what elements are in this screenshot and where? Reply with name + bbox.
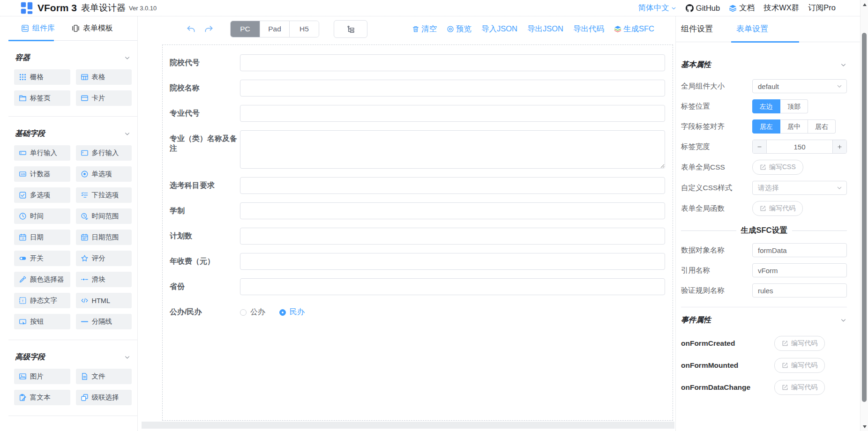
component-item[interactable]: 颜色选择器 <box>14 272 70 287</box>
form-field-row[interactable]: 年收费（元） <box>170 253 665 270</box>
undo-button[interactable] <box>186 24 196 34</box>
chevron-down-icon[interactable] <box>124 54 131 61</box>
scrollbar-thumb[interactable] <box>862 33 867 402</box>
field-input[interactable] <box>240 253 665 270</box>
chevron-down-icon[interactable] <box>840 317 847 324</box>
button-label: 编写代码 <box>791 361 817 370</box>
tech-wx-group-link[interactable]: 技术WX群 <box>763 3 799 13</box>
component-item[interactable]: 富文本 <box>14 390 70 405</box>
component-item[interactable]: 按钮 <box>14 314 70 329</box>
form-field-row[interactable]: 学制 <box>170 202 665 219</box>
form-field-row[interactable]: 院校代号 <box>170 54 665 71</box>
canvas-scrollbar[interactable] <box>142 422 674 429</box>
generate-sfc-button[interactable]: 生成SFC <box>614 24 654 34</box>
scroll-up-arrow-icon[interactable] <box>861 0 868 8</box>
component-item[interactable]: 多行输入 <box>76 145 132 161</box>
github-link[interactable]: GitHub <box>686 4 720 13</box>
field-input[interactable] <box>240 202 665 219</box>
custom-css-select[interactable]: 请选择 <box>752 181 847 195</box>
field-input[interactable] <box>240 177 665 194</box>
label-align-left[interactable]: 居左 <box>752 119 780 134</box>
clear-button[interactable]: 清空 <box>412 24 437 34</box>
write-code-button[interactable]: 编写代码 <box>774 336 825 351</box>
browser-scrollbar[interactable] <box>860 0 868 431</box>
label-width-input[interactable] <box>767 140 832 153</box>
label-align-center[interactable]: 居中 <box>780 119 808 134</box>
component-item[interactable]: 评分 <box>76 251 132 266</box>
tab-widget-settings[interactable]: 组件设置 <box>681 23 713 34</box>
chevron-down-icon[interactable] <box>124 130 131 137</box>
write-code-button[interactable]: 编写代码 <box>752 201 803 216</box>
component-item[interactable]: T静态文字 <box>14 293 70 308</box>
form-field-row[interactable]: 院校名称 <box>170 80 665 97</box>
field-input[interactable] <box>240 228 665 245</box>
decrease-button[interactable] <box>753 140 767 153</box>
component-item[interactable]: 单选项 <box>76 166 132 182</box>
component-item[interactable]: 时间范围 <box>76 208 132 224</box>
component-item[interactable]: 日期范围 <box>76 230 132 245</box>
component-item[interactable]: 卡片 <box>76 90 132 106</box>
write-code-button[interactable]: 编写代码 <box>774 358 825 373</box>
subscribe-pro-link[interactable]: 订阅Pro <box>808 3 836 13</box>
redo-button[interactable] <box>204 24 214 34</box>
component-item[interactable]: 标签页 <box>14 90 70 106</box>
scroll-down-arrow-icon[interactable] <box>861 423 868 431</box>
component-item[interactable]: 文件 <box>76 369 132 384</box>
chevron-down-icon[interactable] <box>124 354 131 361</box>
component-item[interactable]: 多选项 <box>14 187 70 203</box>
radio-option[interactable]: 公办 <box>240 307 265 317</box>
form-field-row[interactable]: 计划数 <box>170 228 665 245</box>
radio-option[interactable]: 民办 <box>279 307 305 317</box>
label-position-top[interactable]: 顶部 <box>780 99 808 113</box>
component-item[interactable]: 19日期 <box>14 230 70 245</box>
preview-button[interactable]: 预览 <box>447 24 471 34</box>
language-selector[interactable]: 简体中文 <box>638 3 677 13</box>
component-item[interactable]: 滑块 <box>76 272 132 287</box>
device-option-pc[interactable]: PC <box>231 21 260 37</box>
device-option-h5[interactable]: H5 <box>289 21 319 37</box>
component-item[interactable]: HTML <box>76 293 132 308</box>
field-input[interactable] <box>240 80 665 97</box>
label-align-right[interactable]: 居右 <box>808 119 836 134</box>
form-field-row[interactable]: 专业（类）名称及备注 <box>170 130 665 169</box>
component-item[interactable]: 栅格 <box>14 69 70 85</box>
chevron-down-icon[interactable] <box>840 61 847 68</box>
export-json-button[interactable]: 导出JSON <box>527 24 563 34</box>
prop-label: 表单全局CSS <box>681 163 752 172</box>
write-css-button[interactable]: 编写CSS <box>752 160 803 175</box>
field-input[interactable] <box>240 54 665 71</box>
form-field-row[interactable]: 选考科目要求 <box>170 177 665 194</box>
form-field-row[interactable]: 省份 <box>170 278 665 295</box>
component-item[interactable]: 分隔线 <box>76 314 132 329</box>
component-item[interactable]: 下拉选项 <box>76 187 132 203</box>
component-item[interactable]: 时间 <box>14 208 70 224</box>
component-item[interactable]: 级联选择 <box>76 390 132 405</box>
component-item[interactable]: 开关 <box>14 251 70 266</box>
prop-input[interactable] <box>752 283 847 297</box>
prop-input[interactable] <box>752 263 847 277</box>
divider <box>8 116 137 117</box>
field-input[interactable] <box>240 105 665 122</box>
component-item[interactable]: 表格 <box>76 69 132 85</box>
date-icon: 19 <box>19 233 27 241</box>
node-tree-button[interactable] <box>334 20 367 38</box>
label-position-left[interactable]: 左边 <box>752 99 780 113</box>
write-code-button[interactable]: 编写代码 <box>774 380 825 395</box>
import-json-button[interactable]: 导入JSON <box>481 24 517 34</box>
prop-input[interactable] <box>752 243 847 257</box>
docs-link[interactable]: 文档 <box>729 3 755 13</box>
export-code-button[interactable]: 导出代码 <box>573 24 604 34</box>
field-textarea[interactable] <box>240 130 665 169</box>
component-item[interactable]: 图片 <box>14 369 70 384</box>
tab-widget-library[interactable]: 组件库 <box>21 23 55 33</box>
component-item[interactable]: 123计数器 <box>14 166 70 182</box>
widget-size-select[interactable]: default <box>752 79 847 93</box>
device-option-pad[interactable]: Pad <box>260 21 289 37</box>
field-input[interactable] <box>240 278 665 295</box>
tab-form-template[interactable]: 表单模板 <box>72 23 113 33</box>
form-field-row[interactable]: 专业代号 <box>170 105 665 122</box>
increase-button[interactable] <box>832 140 846 153</box>
form-field-row[interactable]: 公办/民办公办民办 <box>170 304 665 317</box>
tab-form-settings[interactable]: 表单设置 <box>736 23 768 34</box>
component-item[interactable]: 单行输入 <box>14 145 70 161</box>
